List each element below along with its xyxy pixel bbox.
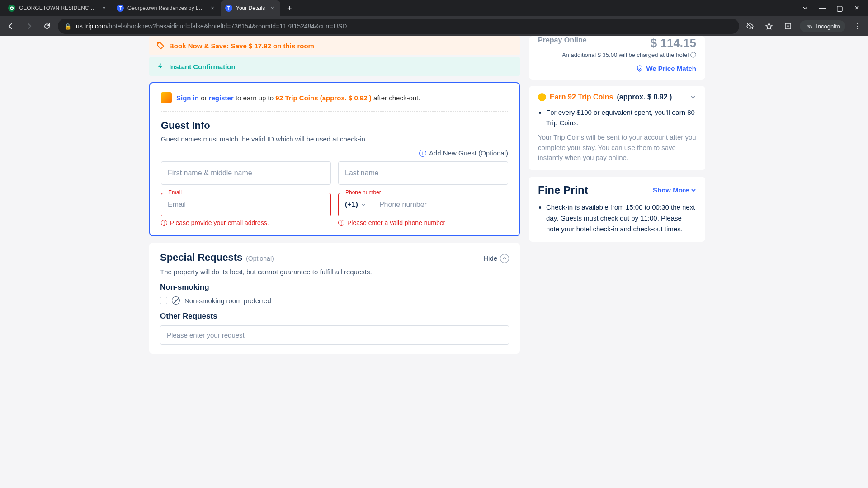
country-code-dropdown[interactable]: (+1) bbox=[339, 201, 373, 209]
show-more-link[interactable]: Show More bbox=[653, 186, 696, 194]
star-icon[interactable] bbox=[762, 19, 776, 33]
save-banner: Book Now & Save: Save $ 17.92 on this ro… bbox=[149, 36, 520, 55]
lightning-icon bbox=[156, 62, 165, 70]
maximize-button[interactable]: ▢ bbox=[832, 2, 847, 14]
coins-approx: (approx. $ 0.92 ) bbox=[617, 93, 672, 101]
tab-title: GEORGETOWN RESIDENCES BY bbox=[19, 5, 97, 11]
trip-favicon-icon: T bbox=[117, 5, 124, 12]
error-icon: ! bbox=[338, 220, 344, 226]
special-requests-card: Special Requests (Optional) Hide The pro… bbox=[149, 243, 520, 354]
fine-print-title: Fine Print bbox=[538, 184, 588, 197]
trip-favicon-icon: T bbox=[225, 5, 232, 12]
signin-link[interactable]: Sign in bbox=[176, 94, 199, 102]
browser-toolbar: 🔒 us.trip.com/hotels/booknew?hasaidinurl… bbox=[0, 16, 868, 36]
coins-title: Earn 92 Trip Coins bbox=[550, 93, 613, 101]
sidebar: Prepay Online $ 114.15 An additional $ 3… bbox=[529, 36, 705, 354]
minimize-button[interactable]: — bbox=[815, 2, 830, 14]
tab-1[interactable]: ✪ GEORGETOWN RESIDENCES BY × bbox=[4, 0, 112, 16]
trip-coins-card: Earn 92 Trip Coins (approx. $ 0.92 ) For… bbox=[529, 86, 705, 170]
tab-strip: ✪ GEORGETOWN RESIDENCES BY × T Georgetow… bbox=[0, 0, 868, 16]
svg-point-3 bbox=[158, 43, 159, 44]
phone-input[interactable] bbox=[373, 193, 508, 216]
close-window-button[interactable]: × bbox=[849, 2, 864, 14]
incognito-badge[interactable]: Incognito bbox=[800, 20, 845, 32]
prepay-price: $ 114.15 bbox=[651, 36, 696, 50]
tab-3[interactable]: T Your Details × bbox=[221, 0, 280, 16]
svg-point-2 bbox=[810, 26, 812, 28]
coins-header[interactable]: Earn 92 Trip Coins (approx. $ 0.92 ) bbox=[538, 93, 696, 101]
nonsmoking-heading: Non-smoking bbox=[160, 283, 509, 292]
special-requests-title: Special Requests bbox=[160, 252, 242, 263]
add-guest-button[interactable]: + Add New Guest (Optional) bbox=[161, 149, 508, 157]
email-error: ! Please provide your email address. bbox=[161, 219, 331, 226]
phone-field: (+1) bbox=[338, 193, 508, 216]
instant-banner: Instant Confirmation bbox=[149, 57, 520, 76]
first-name-input[interactable] bbox=[161, 161, 331, 185]
window-controls: — ▢ × bbox=[797, 2, 864, 14]
other-requests-input[interactable]: Please enter your request bbox=[160, 325, 509, 345]
close-icon[interactable]: × bbox=[100, 5, 108, 12]
email-input[interactable] bbox=[161, 193, 331, 216]
chevron-down-icon bbox=[691, 188, 696, 193]
main-column: Book Now & Save: Save $ 17.92 on this ro… bbox=[149, 36, 520, 354]
nonsmoking-option[interactable]: Non-smoking room preferred bbox=[160, 296, 509, 305]
toolbar-right: Incognito ⋮ bbox=[743, 19, 864, 33]
prepay-note: An additional $ 35.00 will be charged at… bbox=[538, 51, 696, 59]
tab-title: Georgetown Residences by Luxu bbox=[127, 5, 205, 11]
back-button[interactable] bbox=[4, 19, 18, 33]
plus-circle-icon: + bbox=[419, 150, 426, 157]
phone-label: Phone number bbox=[344, 189, 383, 196]
phone-error: ! Please enter a valid phone number bbox=[338, 219, 508, 226]
prepay-label: Prepay Online bbox=[538, 36, 587, 44]
last-name-input[interactable] bbox=[338, 161, 508, 185]
coins-amount: 92 Trip Coins (approx. $ 0.92 ) bbox=[275, 94, 372, 102]
new-tab-button[interactable]: + bbox=[283, 2, 296, 14]
install-icon[interactable] bbox=[781, 19, 795, 33]
error-icon: ! bbox=[161, 220, 167, 226]
coins-note: Your Trip Coins will be sent to your acc… bbox=[538, 132, 696, 163]
guest-info-title: Guest Info bbox=[161, 120, 508, 131]
no-smoking-icon bbox=[172, 296, 180, 305]
guest-info-card: Sign in or register to earn up to 92 Tri… bbox=[149, 82, 520, 236]
svg-point-1 bbox=[807, 26, 809, 28]
tag-icon bbox=[156, 42, 165, 50]
address-bar[interactable]: 🔒 us.trip.com/hotels/booknew?hasaidinurl… bbox=[58, 19, 739, 34]
eye-off-icon[interactable] bbox=[743, 19, 757, 33]
incognito-label: Incognito bbox=[816, 23, 840, 30]
add-guest-label: Add New Guest (Optional) bbox=[429, 149, 508, 157]
register-link[interactable]: register bbox=[209, 94, 234, 102]
coin-icon bbox=[538, 93, 546, 101]
guest-info-sub: Guest names must match the valid ID whic… bbox=[161, 135, 508, 143]
browser-chrome: ✪ GEORGETOWN RESIDENCES BY × T Georgetow… bbox=[0, 0, 868, 36]
lock-icon: 🔒 bbox=[64, 23, 71, 30]
chevron-down-icon[interactable] bbox=[690, 94, 696, 100]
fine-print-card: Fine Print Show More Check-in is availab… bbox=[529, 177, 705, 242]
tripadvisor-favicon-icon: ✪ bbox=[8, 5, 15, 12]
coins-bullet: For every $100 or equivalent spent, you'… bbox=[546, 108, 696, 128]
chevron-up-circle-icon bbox=[500, 254, 509, 263]
close-icon[interactable]: × bbox=[269, 5, 276, 12]
fine-print-bullet: Check-in is available from 15:00 to 00:3… bbox=[546, 202, 696, 235]
instant-banner-text: Instant Confirmation bbox=[169, 63, 236, 70]
url-text: us.trip.com/hotels/booknew?hasaidinurl=f… bbox=[76, 23, 347, 30]
close-icon[interactable]: × bbox=[209, 5, 216, 12]
email-label: Email bbox=[166, 189, 184, 196]
signin-prompt: Sign in or register to earn up to 92 Tri… bbox=[161, 92, 508, 112]
tab-2[interactable]: T Georgetown Residences by Luxu × bbox=[112, 0, 221, 16]
checkbox[interactable] bbox=[160, 297, 167, 304]
tab-title: Your Details bbox=[236, 5, 265, 11]
prepay-card: Prepay Online $ 114.15 An additional $ 3… bbox=[529, 36, 705, 80]
special-requests-sub: The property will do its best, but canno… bbox=[160, 268, 509, 276]
page-content: Book Now & Save: Save $ 17.92 on this ro… bbox=[0, 36, 868, 372]
other-requests-heading: Other Requests bbox=[160, 312, 509, 321]
reload-button[interactable] bbox=[40, 19, 54, 33]
chevron-down-icon bbox=[361, 202, 366, 207]
optional-label: (Optional) bbox=[246, 255, 274, 262]
price-match-link[interactable]: We Price Match bbox=[538, 65, 696, 72]
menu-icon[interactable]: ⋮ bbox=[850, 19, 864, 33]
hide-toggle[interactable]: Hide bbox=[483, 254, 509, 263]
shield-check-icon bbox=[636, 65, 643, 72]
forward-button[interactable] bbox=[22, 19, 36, 33]
tab-search-icon[interactable] bbox=[797, 2, 813, 14]
incognito-icon bbox=[805, 22, 813, 30]
